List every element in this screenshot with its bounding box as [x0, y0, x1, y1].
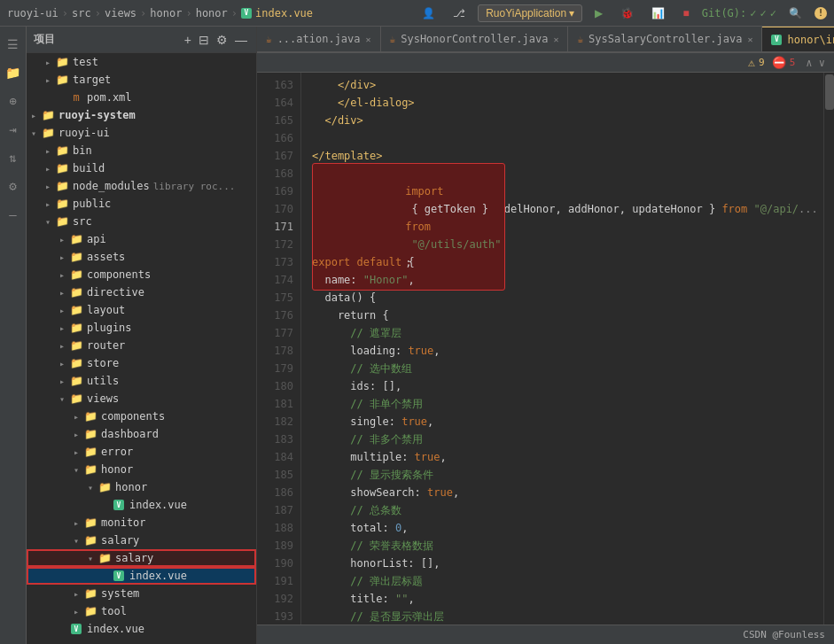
code-line-171: import { getToken } from "@/utils/auth" …	[301, 218, 823, 236]
arrow-views-components	[69, 412, 83, 422]
folder-icon-directive: 📁	[69, 285, 83, 299]
arrow-salary-sub	[83, 554, 97, 563]
sidebar-item-assets[interactable]: 📁 assets	[27, 248, 256, 266]
toolbar-run-btn[interactable]: ▶	[589, 5, 608, 21]
tab-close-1[interactable]: ✕	[366, 35, 371, 44]
folder-icon-ruoyi-ui: 📁	[41, 126, 55, 140]
sidebar-item-root-index-vue[interactable]: V index.vue	[27, 620, 256, 638]
sidebar-item-api[interactable]: 📁 api	[27, 230, 256, 248]
panel-icon-sort[interactable]: ⇅	[5, 147, 19, 168]
code-line-176: return {	[301, 306, 823, 324]
sidebar-item-dashboard[interactable]: 📁 dashboard	[27, 425, 256, 443]
error-icon: ⛔	[772, 56, 786, 69]
app-name-button[interactable]: RuoYiApplication ▾	[478, 4, 582, 22]
code-line-182: single: true ,	[301, 413, 823, 431]
sidebar-item-plugins[interactable]: 📁 plugins	[27, 319, 256, 337]
arrow-tool	[69, 607, 83, 617]
sidebar-item-salary-index-vue[interactable]: V index.vue	[27, 567, 256, 585]
code-line-173: export default {	[301, 253, 823, 271]
panel-icon-add[interactable]: ⊕	[5, 90, 19, 112]
toolbar-vcs-btn[interactable]: ⎇	[448, 5, 471, 21]
code-content[interactable]: </div> </el-dialog> </div> </template	[301, 73, 823, 625]
folder-icon-public: 📁	[55, 197, 69, 211]
toolbar-stop-btn[interactable]: ■	[677, 5, 694, 21]
sidebar-item-tool[interactable]: 📁 tool	[27, 602, 256, 620]
sidebar-collapse-btn[interactable]: ⊟	[197, 31, 211, 49]
code-line-193: // 是否显示弹出层	[301, 608, 823, 625]
sidebar-add-btn[interactable]: +	[183, 31, 193, 49]
tab-honor-controller[interactable]: ☕ SysHonorController.java ✕	[381, 27, 569, 51]
folder-icon-dashboard: 📁	[83, 427, 97, 441]
tab-salary-controller[interactable]: ☕ SysSalaryController.java ✕	[568, 27, 762, 51]
editor-scrollbar[interactable]	[823, 73, 834, 625]
notification-icon[interactable]: !	[815, 7, 827, 19]
toolbar-debug-btn[interactable]: 🐞	[615, 5, 639, 21]
toolbar-people-btn[interactable]: 👤	[417, 5, 440, 21]
label-api: api	[87, 233, 106, 245]
tab-label-3: SysSalaryController.java	[588, 33, 742, 45]
git-status: Git(G): ✓ ✓ ✓	[702, 7, 776, 19]
sidebar-title: 项目	[34, 32, 55, 47]
sidebar-item-build[interactable]: 📁 build	[27, 159, 256, 177]
sidebar-item-honor-sub[interactable]: 📁 honor	[27, 478, 256, 496]
tab-ation-java[interactable]: ☕ ...ation.java ✕	[257, 27, 381, 51]
sidebar-item-src[interactable]: 📁 src	[27, 213, 256, 230]
sidebar-item-store[interactable]: 📁 store	[27, 354, 256, 372]
arrow-api	[55, 235, 69, 244]
toolbar-profile-btn[interactable]: 📊	[646, 5, 670, 21]
sidebar-minimize-btn[interactable]: —	[233, 31, 249, 49]
sidebar-item-honor-index-vue[interactable]: V index.vue	[27, 496, 256, 514]
sidebar-actions: + ⊟ ⚙ —	[183, 31, 249, 49]
expand-btn[interactable]: ∧ ∨	[806, 57, 825, 69]
sidebar-item-views[interactable]: 📁 views	[27, 390, 256, 407]
breadcrumb-honor1[interactable]: honor	[150, 7, 182, 19]
sidebar-item-monitor[interactable]: 📁 monitor	[27, 514, 256, 531]
panel-icon-settings[interactable]: ⚙	[5, 175, 19, 197]
arrow-dashboard	[69, 430, 83, 439]
sidebar-item-honor[interactable]: 📁 honor	[27, 461, 256, 478]
label-ruoyi-ui: ruoyi-ui	[58, 127, 110, 139]
breadcrumb-ruoyi-ui[interactable]: ruoyi-ui	[7, 7, 58, 19]
breadcrumb-views[interactable]: views	[105, 7, 136, 19]
sidebar-item-utils[interactable]: 📁 utils	[27, 372, 256, 390]
editor-area: ☕ ...ation.java ✕ ☕ SysHonorController.j…	[257, 27, 834, 644]
sidebar-item-test[interactable]: 📁 test	[27, 53, 256, 71]
arrow-directive	[55, 288, 69, 298]
sidebar-item-directive[interactable]: 📁 directive	[27, 283, 256, 301]
breadcrumb-index-vue[interactable]: index.vue	[255, 7, 313, 19]
warning-bar: ⚠ 9 ⛔ 5 ∧ ∨	[257, 53, 834, 73]
sidebar-item-error[interactable]: 📁 error	[27, 443, 256, 461]
sidebar-item-views-components[interactable]: 📁 components	[27, 407, 256, 425]
breadcrumb-honor2[interactable]: honor	[196, 7, 228, 19]
tab-honor-index-vue[interactable]: V honor\index.vue ✕	[762, 27, 834, 51]
sidebar-item-ruoyi-ui[interactable]: 📁 ruoyi-ui	[27, 124, 256, 142]
sidebar-item-public[interactable]: 📁 public	[27, 195, 256, 213]
sidebar-item-salary[interactable]: 📁 salary	[27, 531, 256, 549]
panel-icon-project[interactable]: 📁	[2, 62, 24, 83]
sidebar-item-target[interactable]: 📁 target	[27, 71, 256, 89]
toolbar-search-btn[interactable]: 🔍	[783, 5, 807, 21]
panel-icon-menu[interactable]: ☰	[4, 34, 22, 55]
sidebar-item-salary-sub[interactable]: 📁 salary	[27, 549, 256, 567]
panel-icon-indent[interactable]: ⇥	[5, 119, 19, 140]
line-num-186: 186	[257, 484, 300, 501]
sidebar-item-pom[interactable]: m pom.xml	[27, 89, 256, 106]
panel-icon-collapse[interactable]: —	[5, 204, 19, 225]
code-line-174: name: "Honor" ,	[301, 271, 823, 289]
tab-close-3[interactable]: ✕	[747, 35, 752, 44]
breadcrumb-src[interactable]: src	[72, 7, 91, 19]
sidebar-item-router[interactable]: 📁 router	[27, 337, 256, 354]
label-utils: utils	[87, 375, 119, 387]
sidebar-settings-btn[interactable]: ⚙	[214, 31, 230, 49]
line-num-165: 165	[257, 112, 300, 129]
sidebar-item-bin[interactable]: 📁 bin	[27, 142, 256, 159]
csdn-label: CSDN @Founless	[743, 629, 825, 640]
folder-icon-honor: 📁	[83, 462, 97, 477]
sidebar-item-system[interactable]: 📁 system	[27, 585, 256, 602]
tab-close-2[interactable]: ✕	[553, 35, 558, 44]
sidebar-item-layout[interactable]: 📁 layout	[27, 301, 256, 319]
sidebar-item-components[interactable]: 📁 components	[27, 266, 256, 283]
sidebar-item-ruoyi-system[interactable]: 📁 ruoyi-system	[27, 106, 256, 124]
sidebar-item-node-modules[interactable]: 📁 node_modules library roc...	[27, 177, 256, 195]
label-node-modules: node_modules	[73, 180, 150, 192]
